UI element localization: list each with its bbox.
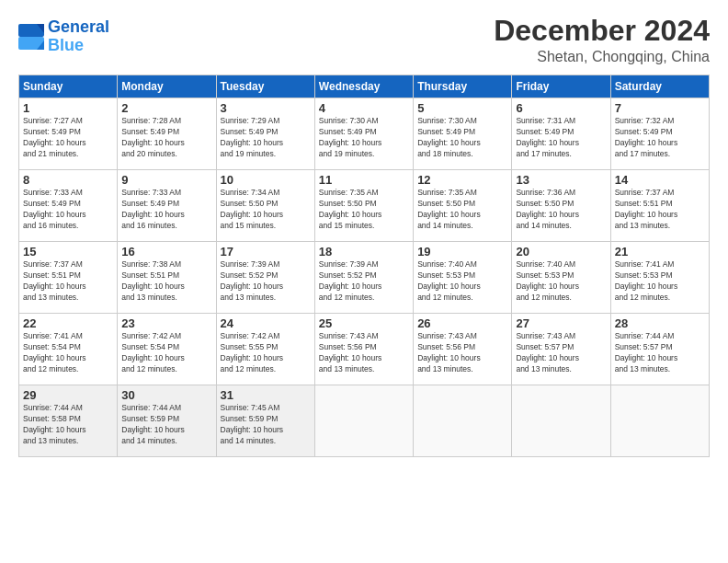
calendar-cell [314, 385, 413, 457]
day-info: Sunrise: 7:34 AM Sunset: 5:50 PM Dayligh… [221, 188, 311, 232]
day-number: 19 [417, 245, 507, 259]
calendar-cell: 31Sunrise: 7:45 AM Sunset: 5:59 PM Dayli… [216, 385, 314, 457]
day-number: 11 [319, 173, 409, 187]
day-info: Sunrise: 7:33 AM Sunset: 5:49 PM Dayligh… [121, 188, 211, 232]
day-info: Sunrise: 7:43 AM Sunset: 5:56 PM Dayligh… [417, 331, 507, 375]
day-info: Sunrise: 7:39 AM Sunset: 5:52 PM Dayligh… [319, 259, 409, 304]
day-info: Sunrise: 7:27 AM Sunset: 5:49 PM Dayligh… [23, 116, 113, 160]
calendar-cell: 11Sunrise: 7:35 AM Sunset: 5:50 PM Dayli… [314, 170, 413, 242]
day-info: Sunrise: 7:44 AM Sunset: 5:58 PM Dayligh… [23, 403, 113, 447]
calendar-cell: 2Sunrise: 7:28 AM Sunset: 5:49 PM Daylig… [118, 98, 216, 170]
day-number: 18 [319, 245, 409, 259]
day-info: Sunrise: 7:42 AM Sunset: 5:54 PM Dayligh… [121, 331, 211, 375]
day-number: 4 [319, 101, 409, 115]
header-monday: Monday [118, 75, 216, 98]
calendar-cell: 5Sunrise: 7:30 AM Sunset: 5:49 PM Daylig… [414, 98, 512, 170]
logo: General Blue [18, 18, 109, 55]
day-info: Sunrise: 7:28 AM Sunset: 5:49 PM Dayligh… [121, 116, 211, 160]
location-title: Shetan, Chongqing, China [494, 49, 710, 65]
header-tuesday: Tuesday [216, 75, 314, 98]
logo-icon [18, 24, 44, 50]
day-number: 3 [221, 101, 311, 115]
calendar-cell [610, 385, 709, 457]
day-info: Sunrise: 7:32 AM Sunset: 5:49 PM Dayligh… [615, 116, 705, 160]
calendar-cell: 17Sunrise: 7:39 AM Sunset: 5:52 PM Dayli… [216, 242, 314, 314]
calendar-cell: 21Sunrise: 7:41 AM Sunset: 5:53 PM Dayli… [610, 242, 709, 314]
calendar-cell: 26Sunrise: 7:43 AM Sunset: 5:56 PM Dayli… [414, 314, 512, 385]
logo-text: General Blue [48, 18, 109, 55]
day-info: Sunrise: 7:37 AM Sunset: 5:51 PM Dayligh… [615, 188, 705, 232]
weekday-header-row: Sunday Monday Tuesday Wednesday Thursday… [19, 75, 710, 98]
calendar-cell: 27Sunrise: 7:43 AM Sunset: 5:57 PM Dayli… [512, 314, 610, 385]
calendar-cell: 23Sunrise: 7:42 AM Sunset: 5:54 PM Dayli… [118, 314, 216, 385]
day-info: Sunrise: 7:37 AM Sunset: 5:51 PM Dayligh… [23, 259, 113, 304]
day-number: 29 [23, 388, 113, 402]
day-info: Sunrise: 7:30 AM Sunset: 5:49 PM Dayligh… [319, 116, 409, 160]
day-info: Sunrise: 7:38 AM Sunset: 5:51 PM Dayligh… [121, 259, 211, 304]
calendar-week-5: 29Sunrise: 7:44 AM Sunset: 5:58 PM Dayli… [19, 385, 710, 457]
day-number: 8 [23, 173, 113, 187]
day-number: 21 [615, 245, 705, 259]
calendar-cell: 28Sunrise: 7:44 AM Sunset: 5:57 PM Dayli… [610, 314, 709, 385]
day-number: 13 [516, 173, 606, 187]
day-number: 17 [221, 245, 311, 259]
day-info: Sunrise: 7:41 AM Sunset: 5:53 PM Dayligh… [615, 259, 705, 304]
calendar-cell: 19Sunrise: 7:40 AM Sunset: 5:53 PM Dayli… [414, 242, 512, 314]
day-number: 30 [121, 388, 211, 402]
header-saturday: Saturday [610, 75, 709, 98]
calendar-table: Sunday Monday Tuesday Wednesday Thursday… [18, 75, 710, 457]
day-number: 15 [23, 245, 113, 259]
calendar-cell: 22Sunrise: 7:41 AM Sunset: 5:54 PM Dayli… [19, 314, 118, 385]
calendar-cell: 12Sunrise: 7:35 AM Sunset: 5:50 PM Dayli… [414, 170, 512, 242]
day-number: 7 [615, 101, 705, 115]
calendar-cell: 8Sunrise: 7:33 AM Sunset: 5:49 PM Daylig… [19, 170, 118, 242]
calendar-cell: 29Sunrise: 7:44 AM Sunset: 5:58 PM Dayli… [19, 385, 118, 457]
calendar-cell: 25Sunrise: 7:43 AM Sunset: 5:56 PM Dayli… [314, 314, 413, 385]
day-number: 1 [23, 101, 113, 115]
calendar-cell: 24Sunrise: 7:42 AM Sunset: 5:55 PM Dayli… [216, 314, 314, 385]
day-number: 27 [516, 316, 606, 330]
day-info: Sunrise: 7:44 AM Sunset: 5:57 PM Dayligh… [615, 331, 705, 375]
calendar-cell: 30Sunrise: 7:44 AM Sunset: 5:59 PM Dayli… [118, 385, 216, 457]
day-number: 26 [417, 316, 507, 330]
calendar-cell [414, 385, 512, 457]
day-number: 20 [516, 245, 606, 259]
day-info: Sunrise: 7:44 AM Sunset: 5:59 PM Dayligh… [121, 403, 211, 447]
calendar-week-3: 15Sunrise: 7:37 AM Sunset: 5:51 PM Dayli… [19, 242, 710, 314]
day-info: Sunrise: 7:35 AM Sunset: 5:50 PM Dayligh… [417, 188, 507, 232]
day-info: Sunrise: 7:33 AM Sunset: 5:49 PM Dayligh… [23, 188, 113, 232]
calendar-week-4: 22Sunrise: 7:41 AM Sunset: 5:54 PM Dayli… [19, 314, 710, 385]
day-info: Sunrise: 7:31 AM Sunset: 5:49 PM Dayligh… [516, 116, 606, 160]
calendar-week-2: 8Sunrise: 7:33 AM Sunset: 5:49 PM Daylig… [19, 170, 710, 242]
calendar-cell: 14Sunrise: 7:37 AM Sunset: 5:51 PM Dayli… [610, 170, 709, 242]
calendar-cell: 18Sunrise: 7:39 AM Sunset: 5:52 PM Dayli… [314, 242, 413, 314]
header-thursday: Thursday [414, 75, 512, 98]
day-number: 14 [615, 173, 705, 187]
day-info: Sunrise: 7:39 AM Sunset: 5:52 PM Dayligh… [221, 259, 311, 304]
day-number: 24 [221, 316, 311, 330]
day-info: Sunrise: 7:41 AM Sunset: 5:54 PM Dayligh… [23, 331, 113, 375]
calendar-cell: 10Sunrise: 7:34 AM Sunset: 5:50 PM Dayli… [216, 170, 314, 242]
month-title: December 2024 [494, 15, 710, 47]
day-info: Sunrise: 7:43 AM Sunset: 5:57 PM Dayligh… [516, 331, 606, 375]
calendar-cell: 9Sunrise: 7:33 AM Sunset: 5:49 PM Daylig… [118, 170, 216, 242]
day-info: Sunrise: 7:42 AM Sunset: 5:55 PM Dayligh… [221, 331, 311, 375]
logo-line1: General [48, 17, 109, 36]
calendar-cell: 6Sunrise: 7:31 AM Sunset: 5:49 PM Daylig… [512, 98, 610, 170]
day-number: 23 [121, 316, 211, 330]
page-container: General Blue December 2024 Shetan, Chong… [0, 0, 728, 563]
calendar-cell: 16Sunrise: 7:38 AM Sunset: 5:51 PM Dayli… [118, 242, 216, 314]
day-info: Sunrise: 7:40 AM Sunset: 5:53 PM Dayligh… [417, 259, 507, 304]
calendar-cell: 3Sunrise: 7:29 AM Sunset: 5:49 PM Daylig… [216, 98, 314, 170]
day-info: Sunrise: 7:35 AM Sunset: 5:50 PM Dayligh… [319, 188, 409, 232]
calendar-cell: 4Sunrise: 7:30 AM Sunset: 5:49 PM Daylig… [314, 98, 413, 170]
calendar-cell: 1Sunrise: 7:27 AM Sunset: 5:49 PM Daylig… [19, 98, 118, 170]
day-number: 25 [319, 316, 409, 330]
day-number: 6 [516, 101, 606, 115]
day-info: Sunrise: 7:43 AM Sunset: 5:56 PM Dayligh… [319, 331, 409, 375]
day-number: 9 [121, 173, 211, 187]
header-friday: Friday [512, 75, 610, 98]
calendar-week-1: 1Sunrise: 7:27 AM Sunset: 5:49 PM Daylig… [19, 98, 710, 170]
day-number: 16 [121, 245, 211, 259]
day-number: 12 [417, 173, 507, 187]
